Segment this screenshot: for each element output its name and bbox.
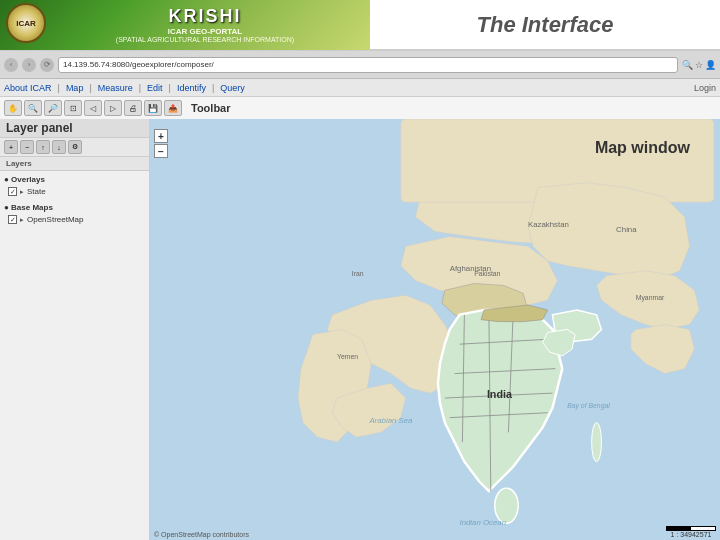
menu-identify[interactable]: Identify — [177, 83, 206, 93]
scalebar: 1 : 34942571 — [666, 526, 716, 538]
app-menubar: About ICAR | Map | Measure | Edit | Iden… — [0, 79, 720, 97]
svg-text:Pakistan: Pakistan — [474, 270, 500, 277]
map-window-label: Map window — [595, 139, 690, 157]
page-title: The Interface — [477, 12, 614, 38]
osm-checkbox[interactable] — [8, 215, 17, 224]
zoom-in-map-button[interactable]: + — [154, 129, 168, 143]
zoom-controls: + − — [154, 129, 168, 158]
layers-header: Layers — [0, 157, 149, 171]
zoom-prev-button[interactable]: ◁ — [84, 100, 102, 116]
state-layer-label: State — [27, 187, 46, 196]
expand-icon: ▸ — [20, 188, 24, 196]
forward-button[interactable]: › — [22, 58, 36, 72]
osm-layer-label: OpenStreetMap — [27, 215, 83, 224]
app-toolbar: ✋ 🔍 🔎 ⊡ ◁ ▷ 🖨 💾 📤 Toolbar — [0, 97, 720, 119]
pan-button[interactable]: ✋ — [4, 100, 22, 116]
krishi-title: KRISHI — [168, 6, 241, 27]
publish-button[interactable]: 📤 — [164, 100, 182, 116]
svg-text:Arabian Sea: Arabian Sea — [368, 416, 413, 425]
svg-point-20 — [592, 423, 602, 462]
user-icon: 👤 — [705, 60, 716, 70]
zoom-next-button[interactable]: ▷ — [104, 100, 122, 116]
header: ICAR KRISHI ICAR GEO-PORTAL (SPATIAL AGR… — [0, 0, 720, 51]
layer-down-button[interactable]: ↓ — [52, 140, 66, 154]
svg-text:Indian Ocean: Indian Ocean — [459, 518, 506, 527]
star-icon: ☆ — [695, 60, 703, 70]
icar-logo-badge: ICAR — [6, 3, 46, 43]
toolbar-label: Toolbar — [191, 102, 231, 114]
menu-map[interactable]: Map — [66, 83, 84, 93]
map-credit: © OpenStreetMap contributors — [154, 531, 249, 538]
svg-text:Bay of Bengal: Bay of Bengal — [567, 402, 610, 410]
menu-query[interactable]: Query — [220, 83, 245, 93]
overlays-title: ● Overlays — [4, 173, 145, 186]
layer-item-osm[interactable]: ▸ OpenStreetMap — [4, 214, 145, 225]
overlays-section: ● Overlays ▸ State — [0, 171, 149, 199]
map-window: Arabian Sea Bay of Bengal Indian Ocean K… — [150, 119, 720, 540]
save-button[interactable]: 💾 — [144, 100, 162, 116]
svg-text:Myanmar: Myanmar — [636, 294, 665, 302]
browser-icons: 🔍 ☆ 👤 — [682, 60, 716, 70]
svg-text:Yemen: Yemen — [337, 353, 358, 360]
state-checkbox[interactable] — [8, 187, 17, 196]
layer-panel: Layer panel + − ↑ ↓ ⚙ Layers ● Overlays … — [0, 119, 150, 540]
browser-chrome: ‹ › ⟳ 14.139.56.74:8080/geoexplorer/comp… — [0, 51, 720, 79]
zoom-out-map-button[interactable]: − — [154, 144, 168, 158]
basemaps-section: ● Base Maps ▸ OpenStreetMap — [0, 199, 149, 227]
map-footer: 1 : 34942571 — [666, 526, 716, 538]
expand-icon-osm: ▸ — [20, 216, 24, 224]
zoom-in-button[interactable]: 🔍 — [24, 100, 42, 116]
logo-sub1: ICAR GEO-PORTAL — [168, 27, 243, 36]
map-svg: Arabian Sea Bay of Bengal Indian Ocean K… — [150, 119, 720, 540]
login-button[interactable]: Login — [694, 83, 716, 93]
search-icon: 🔍 — [682, 60, 693, 70]
layer-panel-toolbar: + − ↑ ↓ ⚙ — [0, 138, 149, 157]
menu-about-icar[interactable]: About ICAR — [4, 83, 52, 93]
zoom-out-button[interactable]: 🔎 — [44, 100, 62, 116]
reload-button[interactable]: ⟳ — [40, 58, 54, 72]
logo-sub2: (SPATIAL AGRICULTURAL RESEARCH INFORMATI… — [116, 36, 294, 43]
print-button[interactable]: 🖨 — [124, 100, 142, 116]
layer-up-button[interactable]: ↑ — [36, 140, 50, 154]
header-logo: ICAR KRISHI ICAR GEO-PORTAL (SPATIAL AGR… — [0, 0, 370, 50]
toolbar-nav-group: ✋ 🔍 🔎 ⊡ ◁ ▷ 🖨 💾 📤 — [4, 100, 182, 116]
menu-measure[interactable]: Measure — [98, 83, 133, 93]
layer-panel-header: Layer panel — [0, 119, 149, 138]
svg-text:Iran: Iran — [352, 270, 364, 277]
basemaps-title: ● Base Maps — [4, 201, 145, 214]
zoom-extent-button[interactable]: ⊡ — [64, 100, 82, 116]
url-bar[interactable]: 14.139.56.74:8080/geoexplorer/composer/ — [58, 57, 678, 73]
app-content: About ICAR | Map | Measure | Edit | Iden… — [0, 79, 720, 540]
svg-text:China: China — [616, 225, 637, 234]
layer-panel-label: Layer panel — [6, 121, 73, 135]
remove-layer-button[interactable]: − — [20, 140, 34, 154]
add-layer-button[interactable]: + — [4, 140, 18, 154]
screenshot-container: ‹ › ⟳ 14.139.56.74:8080/geoexplorer/comp… — [0, 51, 720, 540]
svg-text:India: India — [487, 388, 513, 400]
map-area: Layer panel + − ↑ ↓ ⚙ Layers ● Overlays … — [0, 119, 720, 540]
icar-text: ICAR — [16, 19, 36, 28]
layer-settings-button[interactable]: ⚙ — [68, 140, 82, 154]
header-title-area: The Interface — [370, 12, 720, 38]
menu-edit[interactable]: Edit — [147, 83, 163, 93]
layer-item-state[interactable]: ▸ State — [4, 186, 145, 197]
scale-label: 1 : 34942571 — [671, 531, 712, 538]
svg-text:Kazakhstan: Kazakhstan — [528, 220, 569, 229]
back-button[interactable]: ‹ — [4, 58, 18, 72]
